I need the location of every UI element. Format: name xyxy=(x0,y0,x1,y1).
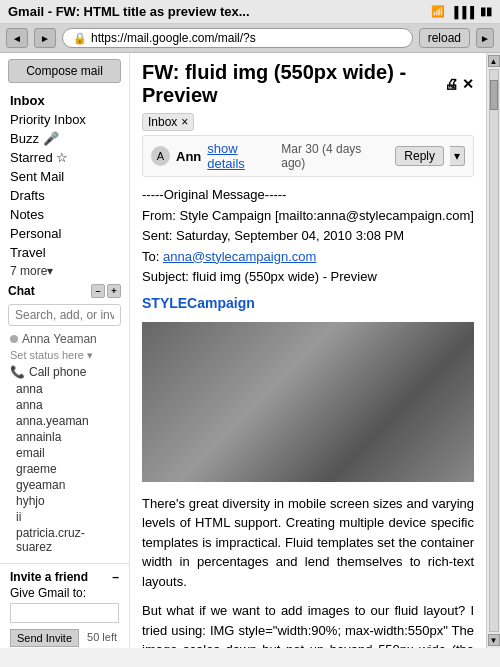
chat-label: Chat xyxy=(8,284,35,298)
reply-button[interactable]: Reply xyxy=(395,146,444,166)
sidebar-item-drafts[interactable]: Drafts xyxy=(0,186,129,205)
url-bar[interactable]: 🔒 https://mail.google.com/mail/?s xyxy=(62,28,413,48)
phone-icon: 📞 xyxy=(10,365,25,379)
browser-bar: ◄ ► 🔒 https://mail.google.com/mail/?s re… xyxy=(0,24,500,53)
right-scrollbar: ▲ ▼ xyxy=(486,53,500,648)
email-paragraph-1: There's great diversity in mobile screen… xyxy=(142,494,474,592)
scroll-track xyxy=(489,69,499,632)
scroll-thumb[interactable] xyxy=(490,80,498,110)
sender-avatar: A xyxy=(151,146,170,166)
chat-section-header: Chat – + xyxy=(0,280,129,300)
email-subject-text: FW: fluid img (550px wide) - Preview xyxy=(142,61,438,107)
to-line: To: anna@stylecampaign.com xyxy=(142,247,474,267)
user-status-row: Anna Yeaman xyxy=(0,330,129,348)
main-layout: Compose mail Inbox Priority Inbox Buzz 🎤… xyxy=(0,53,500,648)
sidebar: Compose mail Inbox Priority Inbox Buzz 🎤… xyxy=(0,53,130,648)
campaign-link[interactable]: STYLECampaign xyxy=(142,293,474,314)
contact-anna-1[interactable]: anna xyxy=(0,381,129,397)
chat-search-input[interactable] xyxy=(8,304,121,326)
call-phone-label: Call phone xyxy=(29,365,86,379)
window-title: Gmail - FW: HTML title as preview tex... xyxy=(8,4,250,19)
contact-gyeaman[interactable]: gyeaman xyxy=(0,477,129,493)
subject-line: Subject: fluid img (550px wide) - Previe… xyxy=(142,267,474,287)
invite-count-label: 50 left xyxy=(87,631,117,643)
sidebar-item-starred[interactable]: Starred ☆ xyxy=(0,148,129,167)
sidebar-item-more[interactable]: 7 more▾ xyxy=(0,262,129,280)
sidebar-item-travel[interactable]: Travel xyxy=(0,243,129,262)
forward-button[interactable]: ► xyxy=(34,28,56,48)
show-details-link[interactable]: show details xyxy=(207,141,275,171)
from-line: From: Style Campaign [mailto:anna@stylec… xyxy=(142,206,474,226)
email-body: -----Original Message----- From: Style C… xyxy=(142,185,474,648)
email-subject: FW: fluid img (550px wide) - Preview 🖨 ✕ xyxy=(142,61,474,107)
close-tag-icon[interactable]: × xyxy=(181,115,188,129)
sender-name: Ann xyxy=(176,149,201,164)
chat-controls: – + xyxy=(91,284,121,298)
url-text: https://mail.google.com/mail/?s xyxy=(91,31,256,45)
contact-graeme[interactable]: graeme xyxy=(0,461,129,477)
invite-email-input[interactable] xyxy=(10,603,119,623)
sidebar-item-inbox[interactable]: Inbox xyxy=(0,91,129,110)
email-tag-row: Inbox × xyxy=(142,113,474,135)
reload-button[interactable]: reload xyxy=(419,28,470,48)
battery-icon: ▮▮ xyxy=(480,5,492,18)
reply-dropdown-button[interactable]: ▾ xyxy=(450,146,465,166)
browser-arrow-button[interactable]: ► xyxy=(476,28,494,48)
close-icon[interactable]: ✕ xyxy=(462,76,474,92)
print-icon[interactable]: 🖨 xyxy=(444,76,458,92)
set-status-label[interactable]: Set status here ▾ xyxy=(0,348,129,363)
sidebar-item-buzz[interactable]: Buzz 🎤 xyxy=(0,129,129,148)
status-icons: 📶 ▐▐▐ ▮▮ xyxy=(431,5,492,18)
sidebar-item-priority-inbox[interactable]: Priority Inbox xyxy=(0,110,129,129)
chat-user-name: Anna Yeaman xyxy=(22,332,97,346)
contact-anna-2[interactable]: anna xyxy=(0,397,129,413)
sidebar-item-sent[interactable]: Sent Mail xyxy=(0,167,129,186)
email-date: Mar 30 (4 days ago) xyxy=(281,142,383,170)
send-invite-button[interactable]: Send Invite xyxy=(10,629,79,647)
inbox-tag-label: Inbox xyxy=(148,115,177,129)
lock-icon: 🔒 xyxy=(73,32,87,45)
original-message-header: -----Original Message----- From: Style C… xyxy=(142,185,474,287)
email-subject-icons: 🖨 ✕ xyxy=(444,76,474,92)
chat-collapse-button[interactable]: – xyxy=(91,284,105,298)
wifi-icon: 📶 xyxy=(431,5,445,18)
scroll-up-arrow[interactable]: ▲ xyxy=(488,55,500,67)
email-image xyxy=(142,322,474,482)
scroll-down-arrow[interactable]: ▼ xyxy=(488,634,500,646)
contact-hyhjo[interactable]: hyhjo xyxy=(0,493,129,509)
status-dot-icon xyxy=(10,335,18,343)
to-email-link[interactable]: anna@stylecampaign.com xyxy=(163,249,316,264)
signal-icon: ▐▐▐ xyxy=(451,6,474,18)
invite-title: Invite a friend – xyxy=(10,570,119,584)
contact-annainla[interactable]: annainla xyxy=(0,429,129,445)
title-bar: Gmail - FW: HTML title as preview tex...… xyxy=(0,0,500,24)
inbox-tag: Inbox × xyxy=(142,113,194,131)
email-meta-row: A Ann show details Mar 30 (4 days ago) R… xyxy=(142,135,474,177)
email-paragraph-2: But what if we want to add images to our… xyxy=(142,601,474,648)
contact-anna-yeaman[interactable]: anna.yeaman xyxy=(0,413,129,429)
invite-collapse-icon[interactable]: – xyxy=(112,570,119,584)
email-content-area: FW: fluid img (550px wide) - Preview 🖨 ✕… xyxy=(130,53,486,648)
invite-subtitle: Give Gmail to: xyxy=(10,586,119,600)
compose-button[interactable]: Compose mail xyxy=(8,59,121,83)
contact-email[interactable]: email xyxy=(0,445,129,461)
contact-ii[interactable]: ii xyxy=(0,509,129,525)
email-image-inner xyxy=(142,322,474,482)
contact-patricia[interactable]: patricia.cruz-suarez xyxy=(0,525,129,555)
sent-line: Sent: Saturday, September 04, 2010 3:08 … xyxy=(142,226,474,246)
sidebar-item-notes[interactable]: Notes xyxy=(0,205,129,224)
original-header-text: -----Original Message----- xyxy=(142,185,474,205)
invite-section: Invite a friend – Give Gmail to: Send In… xyxy=(0,563,129,648)
back-button[interactable]: ◄ xyxy=(6,28,28,48)
call-phone-item[interactable]: 📞 Call phone xyxy=(0,363,129,381)
chat-expand-button[interactable]: + xyxy=(107,284,121,298)
sidebar-item-personal[interactable]: Personal xyxy=(0,224,129,243)
